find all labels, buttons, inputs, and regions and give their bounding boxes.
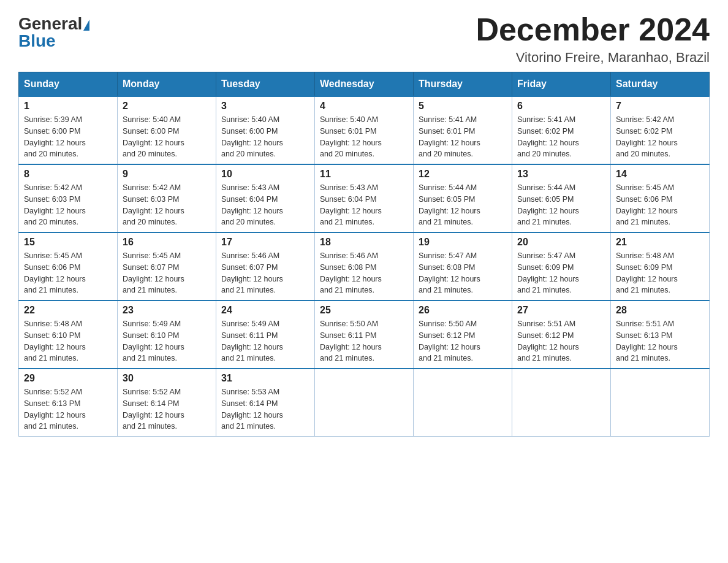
calendar-table: Sunday Monday Tuesday Wednesday Thursday…	[18, 72, 710, 437]
day-info: Sunrise: 5:50 AM Sunset: 6:12 PM Dayligh…	[419, 318, 507, 364]
day-info: Sunrise: 5:52 AM Sunset: 6:13 PM Dayligh…	[24, 386, 112, 432]
day-number: 1	[24, 101, 112, 112]
day-info: Sunrise: 5:40 AM Sunset: 6:00 PM Dayligh…	[123, 114, 211, 160]
table-row: 13 Sunrise: 5:44 AM Sunset: 6:05 PM Dayl…	[512, 164, 611, 232]
title-section: December 2024 Vitorino Freire, Maranhao,…	[476, 12, 710, 66]
day-info: Sunrise: 5:51 AM Sunset: 6:12 PM Dayligh…	[517, 318, 605, 364]
table-row: 10 Sunrise: 5:43 AM Sunset: 6:04 PM Dayl…	[216, 164, 315, 232]
day-info: Sunrise: 5:51 AM Sunset: 6:13 PM Dayligh…	[616, 318, 704, 364]
day-number: 28	[616, 305, 704, 316]
header-tuesday: Tuesday	[216, 72, 315, 97]
day-info: Sunrise: 5:47 AM Sunset: 6:08 PM Dayligh…	[419, 250, 507, 296]
table-row	[414, 369, 512, 437]
calendar-week-4: 22 Sunrise: 5:48 AM Sunset: 6:10 PM Dayl…	[19, 301, 710, 369]
table-row: 19 Sunrise: 5:47 AM Sunset: 6:08 PM Dayl…	[414, 232, 512, 301]
day-number: 4	[320, 101, 408, 112]
day-number: 21	[616, 237, 704, 248]
table-row: 6 Sunrise: 5:41 AM Sunset: 6:02 PM Dayli…	[512, 96, 611, 164]
logo-blue-text: Blue	[18, 33, 56, 50]
header-saturday: Saturday	[611, 72, 710, 97]
day-number: 29	[24, 373, 112, 384]
day-number: 17	[221, 237, 309, 248]
table-row: 12 Sunrise: 5:44 AM Sunset: 6:05 PM Dayl…	[414, 164, 512, 232]
day-number: 11	[320, 169, 408, 180]
day-number: 26	[419, 305, 507, 316]
day-info: Sunrise: 5:44 AM Sunset: 6:05 PM Dayligh…	[517, 182, 605, 228]
day-number: 5	[419, 101, 507, 112]
calendar-week-1: 1 Sunrise: 5:39 AM Sunset: 6:00 PM Dayli…	[19, 96, 710, 164]
table-row: 5 Sunrise: 5:41 AM Sunset: 6:01 PM Dayli…	[414, 96, 512, 164]
day-info: Sunrise: 5:52 AM Sunset: 6:14 PM Dayligh…	[123, 386, 211, 432]
day-number: 2	[123, 101, 211, 112]
table-row	[315, 369, 414, 437]
day-info: Sunrise: 5:40 AM Sunset: 6:00 PM Dayligh…	[221, 114, 309, 160]
table-row: 27 Sunrise: 5:51 AM Sunset: 6:12 PM Dayl…	[512, 301, 611, 369]
table-row: 24 Sunrise: 5:49 AM Sunset: 6:11 PM Dayl…	[216, 301, 315, 369]
table-row	[512, 369, 611, 437]
day-number: 18	[320, 237, 408, 248]
day-info: Sunrise: 5:41 AM Sunset: 6:02 PM Dayligh…	[517, 114, 605, 160]
table-row: 7 Sunrise: 5:42 AM Sunset: 6:02 PM Dayli…	[611, 96, 710, 164]
day-info: Sunrise: 5:40 AM Sunset: 6:01 PM Dayligh…	[320, 114, 408, 160]
day-info: Sunrise: 5:43 AM Sunset: 6:04 PM Dayligh…	[320, 182, 408, 228]
day-info: Sunrise: 5:50 AM Sunset: 6:11 PM Dayligh…	[320, 318, 408, 364]
day-info: Sunrise: 5:47 AM Sunset: 6:09 PM Dayligh…	[517, 250, 605, 296]
day-info: Sunrise: 5:41 AM Sunset: 6:01 PM Dayligh…	[419, 114, 507, 160]
day-number: 10	[221, 169, 309, 180]
day-info: Sunrise: 5:42 AM Sunset: 6:02 PM Dayligh…	[616, 114, 704, 160]
days-of-week-header: Sunday Monday Tuesday Wednesday Thursday…	[19, 72, 710, 97]
table-row: 25 Sunrise: 5:50 AM Sunset: 6:11 PM Dayl…	[315, 301, 414, 369]
day-number: 19	[419, 237, 507, 248]
day-info: Sunrise: 5:42 AM Sunset: 6:03 PM Dayligh…	[24, 182, 112, 228]
day-info: Sunrise: 5:48 AM Sunset: 6:09 PM Dayligh…	[616, 250, 704, 296]
day-info: Sunrise: 5:42 AM Sunset: 6:03 PM Dayligh…	[123, 182, 211, 228]
page-header: General Blue December 2024 Vitorino Frei…	[18, 12, 710, 66]
day-number: 23	[123, 305, 211, 316]
day-number: 3	[221, 101, 309, 112]
day-info: Sunrise: 5:44 AM Sunset: 6:05 PM Dayligh…	[419, 182, 507, 228]
day-number: 22	[24, 305, 112, 316]
day-number: 30	[123, 373, 211, 384]
day-number: 13	[517, 169, 605, 180]
table-row: 1 Sunrise: 5:39 AM Sunset: 6:00 PM Dayli…	[19, 96, 118, 164]
table-row: 17 Sunrise: 5:46 AM Sunset: 6:07 PM Dayl…	[216, 232, 315, 301]
day-number: 31	[221, 373, 309, 384]
table-row: 26 Sunrise: 5:50 AM Sunset: 6:12 PM Dayl…	[414, 301, 512, 369]
calendar-week-2: 8 Sunrise: 5:42 AM Sunset: 6:03 PM Dayli…	[19, 164, 710, 232]
day-info: Sunrise: 5:39 AM Sunset: 6:00 PM Dayligh…	[24, 114, 112, 160]
header-friday: Friday	[512, 72, 611, 97]
calendar-week-3: 15 Sunrise: 5:45 AM Sunset: 6:06 PM Dayl…	[19, 232, 710, 301]
day-number: 16	[123, 237, 211, 248]
day-number: 8	[24, 169, 112, 180]
header-sunday: Sunday	[19, 72, 118, 97]
day-number: 6	[517, 101, 605, 112]
table-row: 8 Sunrise: 5:42 AM Sunset: 6:03 PM Dayli…	[19, 164, 118, 232]
day-info: Sunrise: 5:46 AM Sunset: 6:07 PM Dayligh…	[221, 250, 309, 296]
logo-triangle-icon	[83, 20, 89, 31]
day-info: Sunrise: 5:43 AM Sunset: 6:04 PM Dayligh…	[221, 182, 309, 228]
table-row: 16 Sunrise: 5:45 AM Sunset: 6:07 PM Dayl…	[118, 232, 216, 301]
table-row: 3 Sunrise: 5:40 AM Sunset: 6:00 PM Dayli…	[216, 96, 315, 164]
table-row	[611, 369, 710, 437]
day-number: 25	[320, 305, 408, 316]
day-number: 7	[616, 101, 704, 112]
day-number: 9	[123, 169, 211, 180]
day-info: Sunrise: 5:49 AM Sunset: 6:10 PM Dayligh…	[123, 318, 211, 364]
table-row: 2 Sunrise: 5:40 AM Sunset: 6:00 PM Dayli…	[118, 96, 216, 164]
logo-general-text: General	[18, 15, 89, 33]
table-row: 18 Sunrise: 5:46 AM Sunset: 6:08 PM Dayl…	[315, 232, 414, 301]
day-info: Sunrise: 5:48 AM Sunset: 6:10 PM Dayligh…	[24, 318, 112, 364]
day-number: 20	[517, 237, 605, 248]
table-row: 31 Sunrise: 5:53 AM Sunset: 6:14 PM Dayl…	[216, 369, 315, 437]
day-info: Sunrise: 5:49 AM Sunset: 6:11 PM Dayligh…	[221, 318, 309, 364]
table-row: 20 Sunrise: 5:47 AM Sunset: 6:09 PM Dayl…	[512, 232, 611, 301]
header-thursday: Thursday	[414, 72, 512, 97]
calendar-week-5: 29 Sunrise: 5:52 AM Sunset: 6:13 PM Dayl…	[19, 369, 710, 437]
day-info: Sunrise: 5:45 AM Sunset: 6:07 PM Dayligh…	[123, 250, 211, 296]
logo: General Blue	[18, 12, 89, 50]
day-number: 14	[616, 169, 704, 180]
header-wednesday: Wednesday	[315, 72, 414, 97]
table-row: 29 Sunrise: 5:52 AM Sunset: 6:13 PM Dayl…	[19, 369, 118, 437]
day-number: 24	[221, 305, 309, 316]
location-subtitle: Vitorino Freire, Maranhao, Brazil	[476, 50, 710, 66]
